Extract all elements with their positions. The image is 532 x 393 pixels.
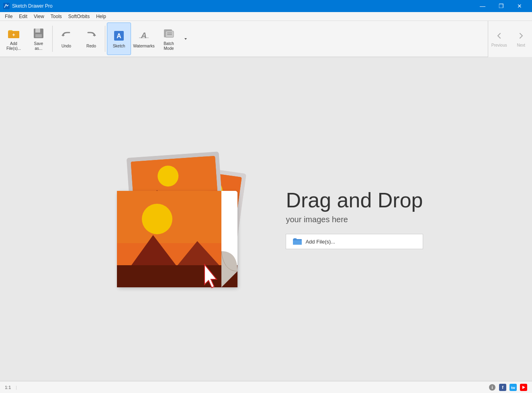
status-right: i f tw [489,384,527,391]
next-button[interactable]: Next [510,21,532,57]
svg-text:f: f [502,385,503,390]
menu-edit[interactable]: Edit [16,13,31,20]
add-files-icon: + [7,27,20,40]
svg-rect-39 [293,240,302,245]
content-area: Drag and Drop your images here Add File(… [0,57,532,381]
svg-rect-6 [35,34,42,37]
drop-text-area: Drag and Drop your images here Add File(… [286,189,423,249]
toolbar-save-label: Saveas... [34,41,43,51]
toolbar-add-files-label: AddFile(s)... [6,41,21,51]
svg-text:+: + [12,32,15,38]
svg-point-35 [142,204,172,234]
svg-marker-17 [184,38,187,40]
toolbar-redo-button[interactable]: Redo [79,23,103,55]
svg-rect-5 [35,29,40,33]
maximize-button[interactable]: ❐ [492,0,510,12]
svg-text:A: A [117,33,121,39]
status-left: 1:1 | [5,385,17,390]
toolbar-undo-label: Undo [61,44,71,48]
menu-tools[interactable]: Tools [47,13,65,20]
twitter-icon[interactable]: tw [509,384,517,391]
toolbar-undo-button[interactable]: Undo [54,23,78,55]
zoom-level: 1:1 [5,385,11,390]
previous-label: Previous [491,43,507,47]
dropdown-arrow-icon [184,37,188,41]
watermarks-icon: A [137,29,150,42]
toolbar-watermarks-button[interactable]: A Watermarks [132,23,156,55]
app-title: Sketch Drawer Pro [12,3,53,9]
drag-drop-sub-text: your images here [286,215,423,224]
status-bar: 1:1 | i f tw [0,381,532,393]
sketch-icon: A [113,29,125,42]
youtube-icon[interactable] [520,384,527,391]
close-button[interactable]: ✕ [510,0,529,12]
minimize-button[interactable]: — [473,0,492,12]
add-files-button[interactable]: Add File(s)... [286,234,423,249]
toolbar-sketch-label: Sketch [113,44,125,48]
menu-file[interactable]: File [2,13,16,20]
info-icon[interactable]: i [489,384,496,391]
menu-bar: File Edit View Tools SoftOrbits Help [0,12,532,21]
title-bar: Sketch Drawer Pro — ❐ ✕ [0,0,532,12]
svg-rect-0 [3,3,10,9]
menu-view[interactable]: View [31,13,47,20]
toolbar-sep-2 [105,26,105,52]
add-files-button-label: Add File(s)... [305,239,335,245]
batch-icon [162,27,175,40]
save-icon [32,27,45,40]
drop-zone-area: Drag and Drop your images here Add File(… [109,143,423,295]
toolbar: + AddFile(s)... Saveas... Undo [0,21,532,57]
toolbar-watermarks-label: Watermarks [133,44,155,48]
toolbar-sketch-button[interactable]: A Sketch [107,23,131,55]
menu-help[interactable]: Help [93,13,109,20]
previous-icon [494,31,504,41]
svg-text:A: A [141,31,147,40]
toolbar-add-files-button[interactable]: + AddFile(s)... [2,23,26,55]
previous-button[interactable]: Previous [488,21,510,57]
card-front [117,191,237,287]
svg-text:i: i [491,385,493,390]
next-label: Next [517,43,525,47]
undo-icon [60,29,73,42]
redo-icon [85,29,98,42]
menu-softorbits[interactable]: SoftOrbits [65,13,93,20]
svg-rect-38 [117,265,237,287]
title-bar-left: Sketch Drawer Pro [3,3,53,9]
svg-rect-12 [139,37,149,38]
app-icon [3,3,10,9]
toolbar-redo-label: Redo [86,44,96,48]
toolbar-batch-label: BatchMode [164,41,174,51]
toolbar-save-button[interactable]: Saveas... [27,23,51,55]
image-illustration [109,143,262,295]
folder-icon [293,237,302,246]
toolbar-dropdown-button[interactable] [182,23,190,55]
next-icon [516,31,526,41]
toolbar-sep-1 [52,26,53,52]
svg-text:tw: tw [511,386,516,390]
drag-drop-main-text: Drag and Drop [286,189,423,212]
title-bar-controls: — ❐ ✕ [473,0,529,12]
nav-bar: Previous Next [488,21,532,57]
toolbar-batch-button[interactable]: BatchMode [157,23,181,55]
svg-rect-14 [166,31,174,37]
status-separator: | [16,385,17,390]
facebook-icon[interactable]: f [499,384,506,391]
